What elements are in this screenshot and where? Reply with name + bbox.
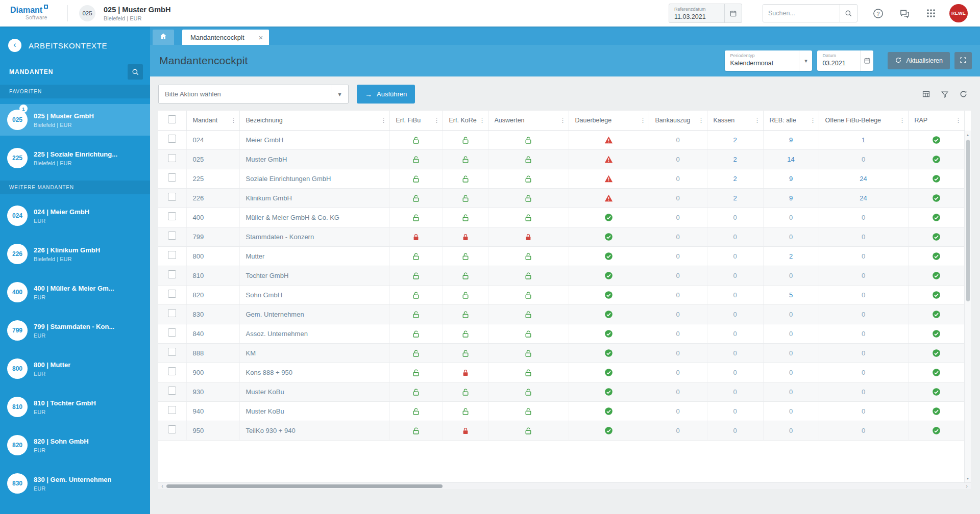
column-menu-icon[interactable]: ⋮ — [433, 116, 440, 124]
column-header-offene_fibu_belege[interactable]: Offene FiBu-Belege⋮ — [819, 111, 908, 130]
cell-bezeichnung[interactable]: Klinikum GmbH — [239, 188, 389, 208]
row-checkbox[interactable] — [168, 193, 176, 201]
calendar-icon[interactable] — [724, 4, 742, 22]
column-header-kassen[interactable]: Kassen⋮ — [707, 111, 763, 130]
sidebar-item-400[interactable]: 400400 | Müller & Meier Gm...EUR — [0, 276, 150, 308]
vertical-scrollbar[interactable]: ▲ ▼ — [964, 131, 971, 482]
row-checkbox[interactable] — [168, 154, 176, 162]
feedback-icon[interactable] — [898, 7, 911, 19]
cell-bezeichnung[interactable]: Soziale Einrichtungen GmbH — [239, 169, 389, 188]
column-menu-icon[interactable]: ⋮ — [230, 116, 237, 124]
cell-bezeichnung[interactable]: Stammdaten - Konzern — [239, 227, 389, 246]
row-checkbox[interactable] — [168, 406, 176, 414]
sidebar-item-800[interactable]: 800800 | MutterEUR — [0, 353, 150, 384]
scroll-right-icon[interactable]: › — [963, 483, 970, 489]
sidebar-item-024[interactable]: 024024 | Meier GmbHEUR — [0, 200, 150, 232]
sidebar-item-810[interactable]: 810810 | Tochter GmbHEUR — [0, 391, 150, 423]
row-checkbox[interactable] — [168, 135, 176, 143]
home-tab[interactable] — [153, 30, 174, 45]
action-select[interactable]: Bitte Aktion wählen ▾ — [158, 85, 349, 104]
search-icon[interactable] — [840, 5, 857, 22]
cell-mandant[interactable]: 799 — [186, 227, 239, 246]
refresh-grid-icon[interactable] — [959, 90, 968, 98]
table-row-820[interactable]: 820Sohn GmbH0050 — [158, 285, 964, 304]
cell-bezeichnung[interactable]: KM — [239, 343, 389, 363]
table-row-940[interactable]: 940Muster KoBu0000 — [158, 401, 964, 421]
table-row-024[interactable]: 024Meier GmbH0291 — [158, 130, 964, 149]
table-row-830[interactable]: 830Gem. Unternehmen0000 — [158, 304, 964, 324]
cell-mandant[interactable]: 830 — [186, 304, 239, 324]
cell-mandant[interactable]: 226 — [186, 188, 239, 208]
column-header-reb_alle[interactable]: REB: alle⋮ — [763, 111, 819, 130]
column-menu-icon[interactable]: ⋮ — [640, 116, 647, 124]
row-checkbox[interactable] — [168, 212, 176, 220]
help-icon[interactable]: ? — [872, 7, 884, 19]
table-row-226[interactable]: 226Klinikum GmbH02924 — [158, 188, 964, 208]
column-header-erf_fibu[interactable]: Erf. FiBu⋮ — [389, 111, 443, 130]
table-row-888[interactable]: 888KM0000 — [158, 343, 964, 363]
datum-field[interactable]: Datum 03.2021 — [817, 50, 873, 71]
column-header-bankauszug[interactable]: Bankauszug⋮ — [649, 111, 707, 130]
table-row-930[interactable]: 930Muster KoBu0000 — [158, 382, 964, 401]
cell-mandant[interactable]: 950 — [186, 421, 239, 440]
cell-mandant[interactable]: 225 — [186, 169, 239, 188]
table-row-025[interactable]: 025Muster GmbH02140 — [158, 149, 964, 169]
table-row-400[interactable]: 400Müller & Meier GmbH & Co. KG0000 — [158, 208, 964, 227]
user-avatar[interactable]: REWE — [949, 4, 968, 22]
cell-bezeichnung[interactable]: Muster KoBu — [239, 382, 389, 401]
cell-mandant[interactable]: 810 — [186, 266, 239, 285]
horizontal-scroll-thumb[interactable] — [166, 484, 443, 488]
scroll-left-icon[interactable]: ‹ — [159, 483, 166, 489]
vertical-scroll-thumb[interactable] — [966, 140, 970, 301]
cell-mandant[interactable]: 024 — [186, 130, 239, 149]
column-menu-icon[interactable]: ⋮ — [479, 116, 486, 124]
chevron-down-icon[interactable]: ▾ — [799, 50, 812, 71]
column-header-rap[interactable]: RAP⋮ — [908, 111, 964, 130]
row-checkbox[interactable] — [168, 251, 176, 259]
table-row-799[interactable]: 799Stammdaten - Konzern0000 — [158, 227, 964, 246]
row-checkbox[interactable] — [168, 309, 176, 317]
cell-bezeichnung[interactable]: Muster KoBu — [239, 401, 389, 421]
sidebar-item-225[interactable]: 225225 | Soziale Einrichtung...Bielefeld… — [0, 142, 150, 174]
cell-bezeichnung[interactable]: Mutter — [239, 246, 389, 266]
column-menu-icon[interactable]: ⋮ — [698, 116, 705, 124]
sidebar-item-799[interactable]: 799799 | Stammdaten - Kon...EUR — [0, 315, 150, 346]
client-badge[interactable]: 025 — [79, 5, 95, 21]
table-row-840[interactable]: 840Assoz. Unternehmen0000 — [158, 324, 964, 343]
cell-mandant[interactable]: 840 — [186, 324, 239, 343]
table-row-900[interactable]: 900Kons 888 + 9500000 — [158, 363, 964, 382]
ausfuehren-button[interactable]: → Ausführen — [357, 85, 415, 104]
referenzdatum-field[interactable]: Referenzdatum 11.03.2021 — [669, 4, 742, 23]
cell-bezeichnung[interactable]: Assoz. Unternehmen — [239, 324, 389, 343]
cell-mandant[interactable]: 800 — [186, 246, 239, 266]
fullscreen-button[interactable] — [954, 52, 972, 69]
cell-bezeichnung[interactable]: Sohn GmbH — [239, 285, 389, 304]
calendar-icon[interactable] — [860, 50, 873, 71]
cell-mandant[interactable]: 888 — [186, 343, 239, 363]
row-checkbox[interactable] — [168, 387, 176, 395]
row-checkbox[interactable] — [168, 270, 176, 278]
column-menu-icon[interactable]: ⋮ — [380, 116, 387, 124]
column-menu-icon[interactable]: ⋮ — [754, 116, 761, 124]
row-checkbox[interactable] — [168, 425, 176, 433]
horizontal-scrollbar[interactable]: ‹ › — [158, 482, 971, 489]
column-menu-icon[interactable]: ⋮ — [899, 116, 906, 124]
cell-bezeichnung[interactable]: Gem. Unternehmen — [239, 304, 389, 324]
column-chooser-icon[interactable] — [922, 90, 930, 98]
cell-mandant[interactable]: 900 — [186, 363, 239, 382]
cell-bezeichnung[interactable]: TeilKo 930 + 940 — [239, 421, 389, 440]
scroll-up-icon[interactable]: ▲ — [965, 131, 971, 139]
filter-icon[interactable] — [941, 90, 949, 98]
row-checkbox[interactable] — [168, 232, 176, 240]
sidebar-item-025[interactable]: 0251025 | Muster GmbHBielefeld | EUR — [0, 104, 150, 136]
row-checkbox[interactable] — [168, 173, 176, 182]
row-checkbox[interactable] — [168, 367, 176, 375]
column-header-auswerten[interactable]: Auswerten⋮ — [488, 111, 569, 130]
cell-bezeichnung[interactable]: Muster GmbH — [239, 149, 389, 169]
cell-bezeichnung[interactable]: Tochter GmbH — [239, 266, 389, 285]
column-header-mandant[interactable]: Mandant⋮ — [186, 111, 239, 130]
search-input[interactable] — [763, 5, 840, 22]
select-all-checkbox[interactable] — [168, 115, 176, 123]
column-menu-icon[interactable]: ⋮ — [810, 116, 817, 124]
cell-mandant[interactable]: 940 — [186, 401, 239, 421]
